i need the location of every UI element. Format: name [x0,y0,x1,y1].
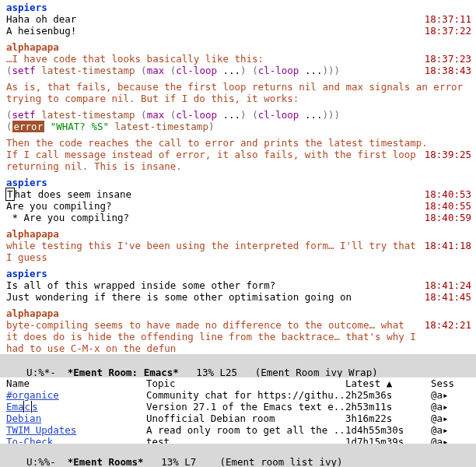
chat-line: while testing this I've been using the i… [6,240,474,263]
room-latest: 2h53m11s [345,401,431,413]
chat-line: A heisenbug!18:37:22 [6,25,474,37]
col-header-topic[interactable]: Topic [146,377,345,389]
room-session: @a▸ [431,424,473,436]
modeline-rooms: U:%%- *Ement Rooms* 13% L7 (Ement room l… [0,444,476,467]
code-line: (setf latest-timestamp (max (cl-loop ...… [6,109,474,121]
timestamp: 18:37:23 [420,53,474,65]
chat-line: aspiers [6,268,474,279]
chat-line: aspiers [6,177,474,188]
nick-alphapapa: alphapapa [6,41,474,53]
timestamp: 18:41:45 [420,291,474,303]
chat-line: If I call message instead of error, it a… [6,149,474,172]
chat-line: (setf latest-timestamp (max (cl-loop ...… [6,65,474,76]
timestamp: 18:40:59 [420,212,474,223]
room-topic: Version 27.1 of the Emacs text e... [146,401,345,413]
chat-line: Are you compiling?18:40:55 [6,200,474,212]
chat-line: That does seem insane18:40:53 [6,188,474,200]
chat-line: alphapapa [6,41,474,53]
timestamp: 18:38:43 [420,65,474,76]
error-highlight: error [12,121,45,132]
timestamp: 18:42:21 [420,319,474,331]
room-row[interactable]: #organiceCommunity chat for https://gith… [6,389,473,401]
room-session: @a▸ [431,389,473,401]
nick-aspiers: aspiers [6,2,474,13]
room-link[interactable]: TWIM Updates [6,424,76,436]
room-link[interactable]: Debian [6,413,41,424]
timestamp: 18:39:25 [420,149,474,160]
timestamp: 18:37:22 [420,25,474,37]
room-link[interactable]: Emacs [6,401,38,413]
chat-line: Is all of this wrapped inside some other… [6,279,474,291]
room-link[interactable]: #organice [6,389,59,401]
room-latest: 1d4h55m30s [345,424,431,436]
chat-line: byte-compiling seems to have made no dif… [6,319,474,354]
chat-line: …I have code that looks basically like t… [6,53,474,65]
text-cursor: T [5,188,15,201]
room-row[interactable]: DebianUnofficial Debian room3h16m22s@a▸ [6,413,473,424]
text-cursor: c [23,401,33,413]
chat-line: As is, that fails, because the first loo… [6,81,474,104]
room-topic: Community chat for https://githu... [146,389,345,401]
timestamp: 18:41:18 [420,240,474,251]
room-session: @a▸ [431,413,473,424]
chat-line: alphapapa [6,228,474,240]
chat-line: * Are you compiling?18:40:59 [6,212,474,223]
code-line: (setf latest-timestamp (max (cl-loop ...… [6,65,420,76]
timestamp: 18:40:53 [420,188,474,200]
chat-pane[interactable]: aspiersHaha oh dear18:37:11A heisenbug!1… [0,0,476,354]
chat-line: Haha oh dear18:37:11 [6,13,474,25]
timestamp: 18:37:11 [420,13,474,25]
room-row[interactable]: EmacsVersion 27.1 of the Emacs text e...… [6,401,473,413]
room-latest: 3h16m22s [345,413,431,424]
nick-alphapapa: alphapapa [6,307,474,319]
room-link[interactable]: To-Check [6,436,53,444]
room-row[interactable]: TWIM UpdatesA read only room to get all … [6,424,473,436]
chat-line: alphapapa [6,307,474,319]
nick-aspiers: aspiers [6,177,474,188]
chat-line: (error "WHAT? %S" latest-timestamp) [6,121,474,132]
modeline-chat: U:%*- *Ement Room: Emacs* 13% L25 (Ement… [0,354,476,377]
timestamp: 18:41:24 [420,279,474,291]
room-session: @a▸ [431,436,473,444]
room-topic: A read only room to get all the ... [146,424,345,436]
nick-aspiers: aspiers [6,268,474,279]
nick-alphapapa: alphapapa [6,228,474,240]
chat-line: Then the code reaches the call to error … [6,137,474,149]
rooms-header: Name Topic Latest ▲ Sess [6,377,473,389]
room-topic: test [146,436,345,444]
col-header-latest[interactable]: Latest ▲ [345,377,431,389]
col-header-sess[interactable]: Sess [431,377,473,389]
code-line: (error "WHAT? %S" latest-timestamp) [6,121,474,132]
room-latest: 1d7h15m39s [345,436,431,444]
rooms-pane[interactable]: Name Topic Latest ▲ Sess #organiceCommun… [0,377,476,444]
room-topic: Unofficial Debian room [146,413,345,424]
chat-line: aspiers [6,2,474,13]
room-latest: 2h25m36s [345,389,431,401]
timestamp: 18:40:55 [420,200,474,212]
room-session: @a▸ [431,401,473,413]
col-header-name[interactable]: Name [6,377,146,389]
chat-line: Just wondering if there is some other op… [6,291,474,303]
chat-line: (setf latest-timestamp (max (cl-loop ...… [6,109,474,121]
room-row[interactable]: To-Checktest1d7h15m39s@a▸ [6,436,473,444]
